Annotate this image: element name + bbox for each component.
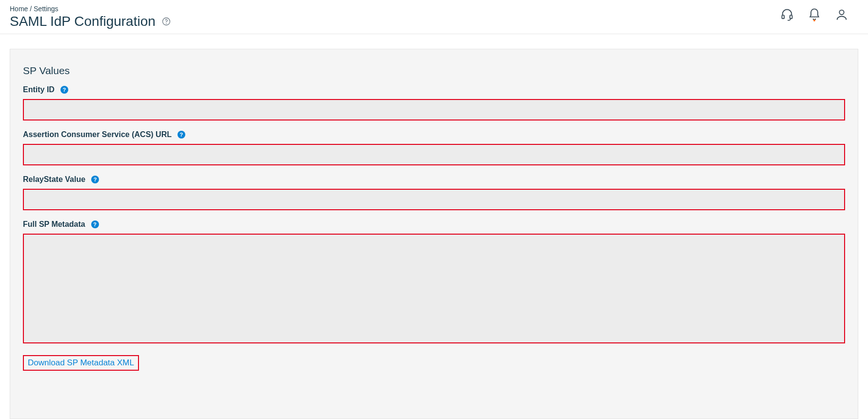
user-icon[interactable] (835, 8, 848, 23)
svg-point-4 (813, 20, 815, 21)
download-sp-metadata-link[interactable]: Download SP Metadata XML (23, 355, 139, 371)
full-metadata-label: Full SP Metadata (23, 220, 85, 229)
question-mark-icon[interactable]: ? (60, 86, 68, 94)
sp-values-panel: SP Values Entity ID ? Assertion Consumer… (10, 49, 858, 419)
relaystate-input[interactable] (23, 189, 845, 210)
page-title: SAML IdP Configuration (10, 14, 156, 29)
relaystate-field: RelayState Value ? (23, 175, 845, 210)
acs-url-input[interactable] (23, 144, 845, 165)
breadcrumb-home[interactable]: Home (10, 5, 28, 13)
breadcrumb: Home / Settings (10, 5, 780, 13)
svg-point-1 (166, 23, 166, 24)
svg-rect-3 (790, 15, 792, 19)
question-mark-icon[interactable]: ? (178, 131, 185, 139)
question-mark-icon[interactable]: ? (91, 176, 99, 183)
entity-id-label: Entity ID (23, 85, 55, 94)
full-metadata-textarea[interactable] (23, 234, 845, 343)
headset-icon[interactable] (780, 8, 794, 23)
breadcrumb-sep: / (30, 5, 34, 13)
section-title: SP Values (23, 65, 858, 77)
entity-id-input[interactable] (23, 99, 845, 120)
help-circle-icon[interactable] (161, 17, 171, 26)
acs-url-field: Assertion Consumer Service (ACS) URL ? (23, 130, 845, 165)
top-bar: Home / Settings SAML IdP Configuration (0, 0, 868, 34)
relaystate-label: RelayState Value (23, 175, 85, 184)
full-metadata-field: Full SP Metadata ? (23, 220, 845, 345)
bell-icon[interactable] (808, 8, 821, 23)
acs-url-label: Assertion Consumer Service (ACS) URL (23, 130, 172, 139)
svg-point-5 (839, 10, 844, 15)
breadcrumb-settings[interactable]: Settings (34, 5, 59, 13)
question-mark-icon[interactable]: ? (91, 220, 99, 228)
entity-id-field: Entity ID ? (23, 85, 845, 120)
svg-rect-2 (782, 15, 785, 19)
